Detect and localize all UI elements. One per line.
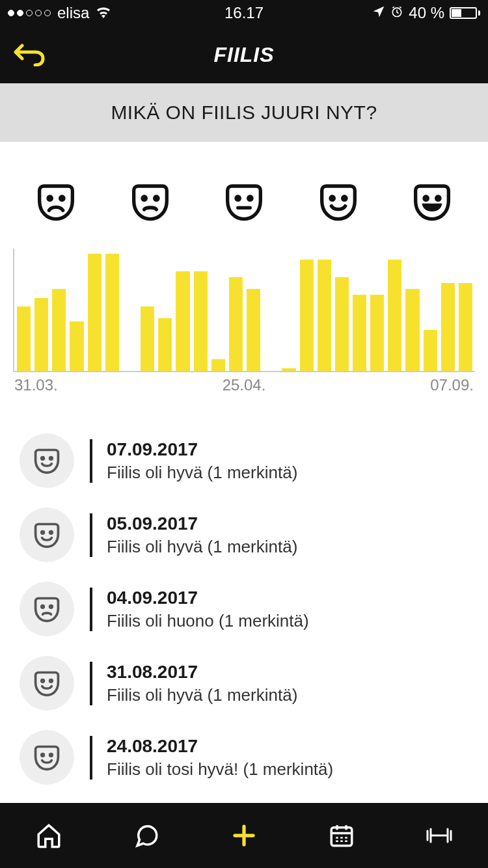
mood-picker: [0, 142, 488, 249]
entry-desc: Fiilis oli huono (1 merkintä): [107, 611, 309, 631]
signal-strength-icon: [8, 10, 51, 16]
chart-bar: [229, 277, 243, 371]
svg-point-16: [50, 606, 53, 608]
svg-point-3: [142, 197, 146, 200]
entry-mood-icon: [20, 433, 74, 488]
chart-bar: [388, 260, 401, 371]
list-item[interactable]: 31.08.2017 Fiilis oli hyvä (1 merkintä): [20, 656, 468, 711]
entry-text: 07.09.2017 Fiilis oli hyvä (1 merkintä): [90, 439, 297, 483]
svg-point-2: [61, 197, 64, 200]
svg-point-7: [331, 197, 334, 200]
chart-axis: 31.03. 25.04. 07.09.: [13, 376, 475, 394]
entry-mood-icon: [20, 508, 74, 562]
chart-bar: [70, 321, 83, 371]
entry-desc: Fiilis oli hyvä (1 merkintä): [107, 537, 297, 557]
axis-center: 25.04.: [223, 376, 266, 394]
carrier-label: elisa: [57, 4, 89, 22]
list-item[interactable]: 24.08.2017 Fiilis oli tosi hyvä! (1 merk…: [20, 730, 468, 785]
chart-bar: [88, 254, 102, 371]
list-item[interactable]: 07.09.2017 Fiilis oli hyvä (1 merkintä): [20, 433, 468, 488]
bottom-nav: [0, 803, 488, 868]
wifi-icon: [96, 4, 111, 22]
entry-date: 05.09.2017: [107, 513, 297, 534]
status-bar: elisa 16.17 40 %: [0, 0, 488, 26]
chart-bar: [34, 298, 48, 371]
svg-point-11: [42, 457, 44, 460]
chart-bar: [335, 277, 349, 371]
chart-bar: [141, 306, 154, 371]
status-time: 16.17: [224, 4, 264, 22]
entry-mood-icon: [20, 730, 74, 785]
list-item[interactable]: 04.09.2017 Fiilis oli huono (1 merkintä): [20, 582, 468, 636]
status-right: 40 %: [264, 4, 480, 22]
entry-desc: Fiilis oli tosi hyvä! (1 merkintä): [107, 759, 333, 780]
chart-bar: [441, 283, 455, 371]
entry-text: 04.09.2017 Fiilis oli huono (1 merkintä): [90, 588, 309, 631]
axis-left: 31.03.: [14, 376, 58, 394]
svg-point-1: [48, 197, 51, 200]
svg-point-12: [50, 457, 53, 460]
svg-point-14: [50, 532, 53, 534]
battery-label: 40 %: [409, 4, 444, 22]
chart-bar: [282, 368, 295, 371]
chart-bar: [52, 289, 66, 371]
svg-point-15: [42, 606, 44, 608]
entry-text: 31.08.2017 Fiilis oli hyvä (1 merkintä): [90, 662, 297, 705]
chart-bar: [424, 330, 437, 371]
entries-list: 07.09.2017 Fiilis oli hyvä (1 merkintä) …: [0, 420, 488, 859]
page-title: FIILIS: [213, 43, 274, 67]
status-left: elisa: [8, 4, 224, 22]
back-button[interactable]: [13, 40, 46, 69]
nav-add-button[interactable]: [224, 816, 264, 855]
entry-desc: Fiilis oli hyvä (1 merkintä): [107, 463, 297, 483]
nav-home-button[interactable]: [29, 816, 68, 855]
entry-date: 24.08.2017: [107, 736, 333, 757]
mood-neutral-button[interactable]: [223, 181, 265, 223]
prompt-text: MIKÄ ON FIILIS JUURI NYT?: [111, 102, 377, 124]
chart-bar: [353, 295, 366, 371]
svg-point-4: [154, 197, 157, 200]
prompt-band: MIKÄ ON FIILIS JUURI NYT?: [0, 83, 488, 142]
chart-bar: [158, 318, 172, 371]
entry-desc: Fiilis oli hyvä (1 merkintä): [107, 685, 297, 705]
svg-point-18: [50, 680, 53, 683]
alarm-icon: [390, 4, 403, 22]
entry-mood-icon: [20, 582, 74, 636]
svg-point-17: [42, 680, 44, 683]
chart-bar: [176, 271, 189, 371]
svg-point-13: [42, 532, 44, 534]
axis-right: 07.09.: [430, 376, 474, 394]
chart-bar: [459, 283, 472, 371]
mood-sad-button[interactable]: [129, 181, 171, 223]
chart-bar: [300, 260, 314, 371]
entry-date: 31.08.2017: [107, 662, 297, 683]
location-icon: [372, 4, 385, 22]
chart-bar: [105, 254, 119, 371]
svg-rect-23: [331, 828, 352, 846]
nav-calendar-button[interactable]: [322, 816, 361, 855]
svg-point-9: [424, 197, 427, 200]
entry-date: 07.09.2017: [107, 439, 297, 460]
entry-text: 05.09.2017 Fiilis oli hyvä (1 merkintä): [90, 513, 297, 557]
svg-point-19: [42, 754, 44, 757]
mood-very-sad-button[interactable]: [35, 181, 77, 223]
svg-point-6: [249, 197, 252, 200]
mood-happy-button[interactable]: [318, 181, 359, 223]
nav-workout-button[interactable]: [420, 816, 459, 855]
svg-point-5: [236, 197, 239, 200]
entry-date: 04.09.2017: [107, 588, 309, 608]
chart-bar: [318, 260, 331, 371]
svg-point-10: [437, 197, 440, 200]
svg-point-8: [342, 197, 346, 200]
entry-mood-icon: [20, 656, 74, 711]
nav-chat-button[interactable]: [127, 816, 166, 855]
chart-bar: [17, 306, 31, 371]
mood-very-happy-button[interactable]: [411, 181, 453, 223]
chart-bar: [211, 359, 225, 371]
svg-point-20: [50, 754, 53, 757]
mood-chart: 31.03. 25.04. 07.09.: [13, 249, 475, 394]
chart-bar: [370, 295, 384, 371]
chart-bar: [405, 289, 419, 371]
list-item[interactable]: 05.09.2017 Fiilis oli hyvä (1 merkintä): [20, 508, 468, 562]
battery-icon: [450, 7, 480, 19]
